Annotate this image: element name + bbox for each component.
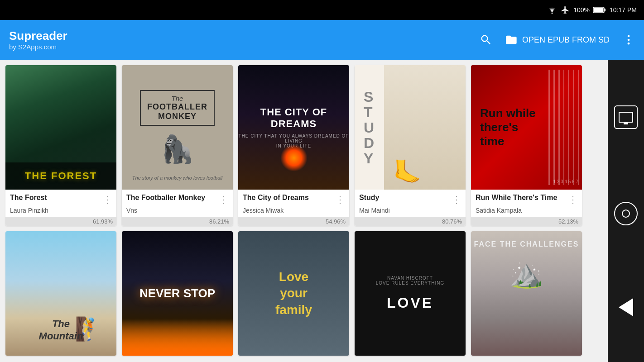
back-button[interactable] <box>619 298 633 316</box>
side-nav <box>608 60 644 362</box>
book-author-monkey: Vns <box>122 205 233 214</box>
book-title-monkey: The Footballer Monkey <box>126 193 216 203</box>
book-cover-city: THE CITY OFDREAMS THE CITY THAT YOU ALWA… <box>238 65 349 190</box>
book-row-1: THE FOREST The Forest ⋮ Laura Pinzikh 61… <box>5 65 608 226</box>
book-card-study[interactable]: S T U D Y 🦶 Study ⋮ Mai <box>355 65 466 226</box>
book-cover-love: NAVAN HISCROFTLOVE RULES EVERYTHING LOVE <box>355 231 466 356</box>
svg-rect-2 <box>594 8 604 12</box>
book-author-run: Satidia Kampala <box>471 205 582 214</box>
search-button[interactable] <box>480 33 492 46</box>
wifi-icon <box>547 6 557 14</box>
book-card-city[interactable]: THE CITY OFDREAMS THE CITY THAT YOU ALWA… <box>238 65 349 226</box>
book-progress-run: 52.13% <box>471 217 582 226</box>
battery-percent: 100% <box>573 6 590 14</box>
app-subtitle: by S2Apps.com <box>9 43 480 51</box>
book-cover-neverstop: NEVER STOP <box>122 231 233 356</box>
book-card-monkey[interactable]: The FOOTBALLERMONKEY 🦍 The story of a mo… <box>122 65 233 226</box>
more-options-button[interactable] <box>622 33 635 46</box>
book-progress-text-run: 52.13% <box>558 218 578 225</box>
book-card-neverstop[interactable]: NEVER STOP <box>122 231 233 356</box>
svg-rect-3 <box>605 9 606 11</box>
recent-apps-icon <box>619 112 633 123</box>
book-menu-study[interactable]: ⋮ <box>449 193 461 205</box>
home-icon <box>620 208 631 219</box>
book-card-run[interactable]: Run whilethere'stime 1 2 3 4 5 6 7 <box>471 65 582 226</box>
status-bar: 100% 10:17 PM <box>0 0 644 20</box>
app-header: Supreader by S2Apps.com OPEN EPUB FROM S… <box>0 20 644 60</box>
svg-point-6 <box>628 43 630 45</box>
book-info-monkey: The Footballer Monkey ⋮ <box>122 190 233 205</box>
book-info-forest: The Forest ⋮ <box>5 190 116 205</box>
home-button[interactable] <box>614 202 638 225</box>
book-progress-city: 54.96% <box>238 217 349 226</box>
book-title-forest: The Forest <box>10 193 100 203</box>
clock: 10:17 PM <box>610 6 637 14</box>
app-name: Supreader <box>9 29 480 43</box>
book-title-city: The City of Dreams <box>243 193 333 203</box>
book-menu-city[interactable]: ⋮ <box>333 193 345 205</box>
book-progress-study: 80.76% <box>355 217 466 226</box>
book-grid: THE FOREST The Forest ⋮ Laura Pinzikh 61… <box>0 60 608 362</box>
book-cover-mountain: 🧗 TheMountain <box>5 231 116 356</box>
book-author-city: Jessica Miwak <box>238 205 349 214</box>
book-row-2: 🧗 TheMountain NEVER STOP L <box>5 231 608 356</box>
book-progress-monkey: 86.21% <box>122 217 233 226</box>
book-progress-forest: 61.93% <box>5 217 116 226</box>
book-progress-text-monkey: 86.21% <box>209 218 229 225</box>
book-cover-facechallenge: FACE THE CHALLENGES ⛰️ <box>471 231 582 356</box>
book-info-city: The City of Dreams ⋮ <box>238 190 349 205</box>
book-progress-text-forest: 61.93% <box>93 218 113 225</box>
book-menu-forest[interactable]: ⋮ <box>100 193 112 205</box>
book-card-love[interactable]: NAVAN HISCROFTLOVE RULES EVERYTHING LOVE <box>355 231 466 356</box>
recent-apps-button[interactable] <box>614 105 638 129</box>
book-progress-text-study: 80.76% <box>442 218 462 225</box>
book-progress-text-city: 54.96% <box>326 218 346 225</box>
open-epub-button[interactable]: OPEN EPUB FROM SD <box>505 33 610 46</box>
search-icon <box>480 33 492 46</box>
svg-point-4 <box>628 35 630 38</box>
battery-icon <box>593 6 606 14</box>
book-card-forest[interactable]: THE FOREST The Forest ⋮ Laura Pinzikh 61… <box>5 65 116 226</box>
book-title-run: Run While There's Time <box>476 193 566 203</box>
book-cover-forest: THE FOREST <box>5 65 116 190</box>
top-actions: OPEN EPUB FROM SD <box>480 33 635 46</box>
book-card-lovefamily[interactable]: Loveyourfamily <box>238 231 349 356</box>
book-title-study: Study <box>359 193 449 203</box>
book-card-facechallenge[interactable]: FACE THE CHALLENGES ⛰️ <box>471 231 582 356</box>
book-info-run: Run While There's Time ⋮ <box>471 190 582 205</box>
more-vert-icon <box>622 33 635 46</box>
svg-point-7 <box>622 210 630 217</box>
status-icons: 100% 10:17 PM <box>547 5 637 14</box>
open-epub-label: OPEN EPUB FROM SD <box>522 35 610 45</box>
main-content: THE FOREST The Forest ⋮ Laura Pinzikh 61… <box>0 60 644 362</box>
airplane-icon <box>561 5 570 14</box>
book-author-study: Mai Maindi <box>355 205 466 214</box>
app-title-block: Supreader by S2Apps.com <box>9 29 480 51</box>
book-cover-lovefamily: Loveyourfamily <box>238 231 349 356</box>
book-cover-run: Run whilethere'stime 1 2 3 4 5 6 7 <box>471 65 582 190</box>
book-menu-run[interactable]: ⋮ <box>566 193 577 205</box>
book-cover-study: S T U D Y 🦶 <box>355 65 466 190</box>
book-cover-monkey: The FOOTBALLERMONKEY 🦍 The story of a mo… <box>122 65 233 190</box>
book-info-study: Study ⋮ <box>355 190 466 205</box>
book-card-mountain[interactable]: 🧗 TheMountain <box>5 231 116 356</box>
book-menu-monkey[interactable]: ⋮ <box>216 193 228 205</box>
folder-icon <box>505 33 518 46</box>
svg-point-0 <box>552 13 553 14</box>
svg-point-5 <box>628 39 630 41</box>
book-author-forest: Laura Pinzikh <box>5 205 116 214</box>
